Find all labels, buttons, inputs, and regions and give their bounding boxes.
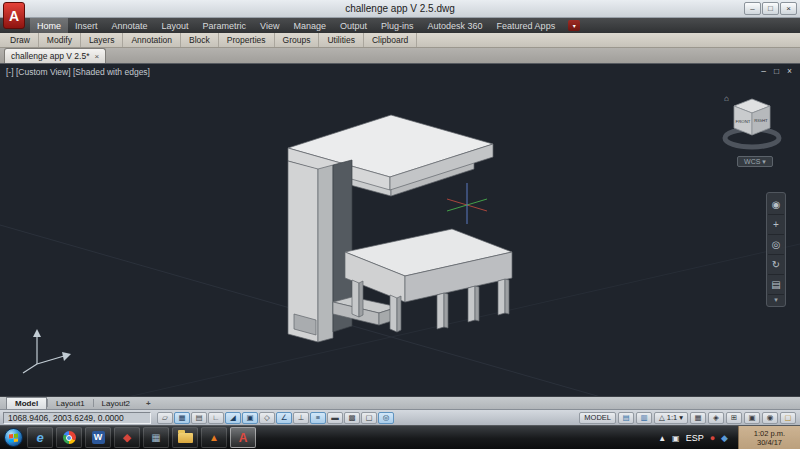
clock-date: 30/4/17	[757, 438, 782, 447]
hardware-acceleration-icon[interactable]: ◉	[762, 412, 778, 424]
tab-layout2[interactable]: Layout2	[94, 397, 138, 409]
chevron-down-icon: ▾	[679, 413, 683, 422]
drawing-close-icon[interactable]: ×	[787, 66, 792, 76]
toggle-osnap-icon[interactable]: ▣	[242, 412, 258, 424]
taskbar-autocad[interactable]: A	[230, 427, 256, 448]
toggle-snap-icon[interactable]: ▦	[174, 412, 190, 424]
panel-block[interactable]: Block	[181, 33, 219, 47]
status-toggles: ▱ ▦ ▤ ∟ ◢ ▣ ◇ ∠ ⊥ ≡ ▬ ▩ ▢ ◎	[157, 412, 394, 424]
file-tab[interactable]: challenge app V 2.5* ×	[4, 48, 106, 63]
taskbar-file-explorer[interactable]	[172, 427, 198, 448]
tab-model[interactable]: Model	[6, 397, 47, 409]
internet-explorer-icon: e	[36, 431, 43, 444]
toggle-otrack-icon[interactable]: ∠	[276, 412, 292, 424]
toggle-infer-constraints-icon[interactable]: ▱	[157, 412, 173, 424]
panel-properties[interactable]: Properties	[219, 33, 275, 47]
drawing-restore-icon[interactable]: □	[774, 66, 779, 76]
toggle-3dosnap-icon[interactable]: ◇	[259, 412, 275, 424]
toggle-grid-icon[interactable]: ▤	[191, 412, 207, 424]
folder-icon	[178, 433, 193, 443]
viewport-controls-menu[interactable]: [-]	[6, 67, 14, 77]
tab-plugins[interactable]: Plug-ins	[374, 18, 421, 33]
panel-groups[interactable]: Groups	[275, 33, 320, 47]
drawing-minimize-icon[interactable]: –	[761, 66, 766, 76]
drawing-viewport[interactable]: ⌂ FRONT RIGHT [-] [Custom View] [Shaded …	[0, 64, 800, 396]
taskbar-media-player[interactable]: ▲	[201, 427, 227, 448]
panel-modify[interactable]: Modify	[39, 33, 81, 47]
taskbar-app-red[interactable]: ◆	[114, 427, 140, 448]
pan-icon[interactable]: +	[768, 215, 784, 235]
quick-view-drawings-icon[interactable]: ▥	[636, 412, 652, 424]
autoscale-icon[interactable]: ◈	[708, 412, 724, 424]
language-indicator[interactable]: ESP	[686, 433, 704, 443]
new-layout-button[interactable]: +	[138, 397, 159, 409]
ribbon-panel-bar: Draw Modify Layers Annotation Block Prop…	[0, 33, 800, 48]
panel-utilities[interactable]: Utilities	[319, 33, 363, 47]
close-button[interactable]: ×	[780, 2, 797, 15]
ucs-icon[interactable]	[23, 329, 71, 373]
tab-layout[interactable]: Layout	[155, 18, 196, 33]
tab-autodesk360[interactable]: Autodesk 360	[421, 18, 490, 33]
coordinates-readout: 1068.9406, 2003.6249, 0.0000	[3, 412, 151, 424]
tab-featured-apps[interactable]: Featured Apps	[490, 18, 563, 33]
toggle-polar-icon[interactable]: ◢	[225, 412, 241, 424]
tab-parametric[interactable]: Parametric	[196, 18, 254, 33]
visual-style-menu[interactable]: [Shaded with edges]	[73, 67, 150, 77]
start-button[interactable]	[4, 428, 23, 447]
annotation-scale-value: 1:1	[667, 413, 677, 422]
red-app-icon: ◆	[123, 432, 131, 443]
zoom-icon[interactable]: ◎	[768, 235, 784, 255]
autocad-logo-button[interactable]: A	[3, 2, 25, 29]
tab-manage[interactable]: Manage	[286, 18, 333, 33]
wcs-dropdown[interactable]: WCS ▾	[737, 156, 773, 167]
window-controls: – □ ×	[744, 2, 797, 15]
toggle-quick-properties-icon[interactable]: ▢	[361, 412, 377, 424]
file-tab-close-icon[interactable]: ×	[94, 52, 99, 61]
workspace-switching-icon[interactable]: ⊞	[726, 412, 742, 424]
tab-view[interactable]: View	[253, 18, 286, 33]
chrome-icon	[63, 431, 76, 444]
status-bar: 1068.9406, 2003.6249, 0.0000 ▱ ▦ ▤ ∟ ◢ ▣…	[0, 409, 800, 425]
panel-draw[interactable]: Draw	[2, 33, 39, 47]
viewport-label: [-] [Custom View] [Shaded with edges]	[6, 67, 150, 77]
ribbon-tab-bar: Home Insert Annotate Layout Parametric V…	[0, 18, 800, 33]
panel-layers[interactable]: Layers	[81, 33, 124, 47]
tray-icon-2[interactable]: ●	[710, 433, 715, 443]
full-navigation-wheel-icon[interactable]: ◉	[768, 195, 784, 215]
annotation-scale-button[interactable]: △ 1:1 ▾	[654, 412, 688, 424]
orbit-icon[interactable]: ↻	[768, 255, 784, 275]
maximize-button[interactable]: □	[762, 2, 779, 15]
view-name-menu[interactable]: [Custom View]	[16, 67, 71, 77]
toggle-selection-cycling-icon[interactable]: ◎	[378, 412, 394, 424]
clock[interactable]: 1:02 p.m. 30/4/17	[738, 426, 800, 449]
tab-home[interactable]: Home	[30, 18, 68, 33]
tray-expand-icon[interactable]: ▲	[658, 434, 666, 443]
show-motion-icon[interactable]: ▤	[768, 275, 784, 295]
toggle-ortho-icon[interactable]: ∟	[208, 412, 224, 424]
taskbar-app-gray[interactable]: ▦	[143, 427, 169, 448]
tray-icon-3[interactable]: ◆	[721, 433, 728, 443]
toggle-dynamic-input-icon[interactable]: ≡	[310, 412, 326, 424]
minimize-button[interactable]: –	[744, 2, 761, 15]
tab-layout1[interactable]: Layout1	[48, 397, 92, 409]
panel-clipboard[interactable]: Clipboard	[364, 33, 417, 47]
toggle-transparency-icon[interactable]: ▩	[344, 412, 360, 424]
toolbar-lock-icon[interactable]: ▣	[744, 412, 760, 424]
tab-output[interactable]: Output	[333, 18, 374, 33]
toggle-ducs-icon[interactable]: ⊥	[293, 412, 309, 424]
tab-insert[interactable]: Insert	[68, 18, 105, 33]
taskbar-internet-explorer[interactable]: e	[27, 427, 53, 448]
toggle-lineweight-icon[interactable]: ▬	[327, 412, 343, 424]
tray-icon-1[interactable]: ▣	[672, 434, 680, 443]
chevron-down-icon[interactable]: ▾	[774, 295, 778, 304]
annotation-visibility-icon[interactable]: ▦	[690, 412, 706, 424]
tab-annotate[interactable]: Annotate	[105, 18, 155, 33]
quick-view-layouts-icon[interactable]: ▤	[618, 412, 634, 424]
taskbar-chrome[interactable]	[56, 427, 82, 448]
taskbar-word[interactable]: W	[85, 427, 111, 448]
model-space-button[interactable]: MODEL	[579, 412, 616, 424]
clean-screen-icon[interactable]: ▢	[780, 412, 796, 424]
panel-annotation[interactable]: Annotation	[123, 33, 181, 47]
viewcube[interactable]: ⌂ FRONT RIGHT	[724, 94, 779, 147]
ribbon-options-icon[interactable]: ▾	[568, 20, 580, 31]
